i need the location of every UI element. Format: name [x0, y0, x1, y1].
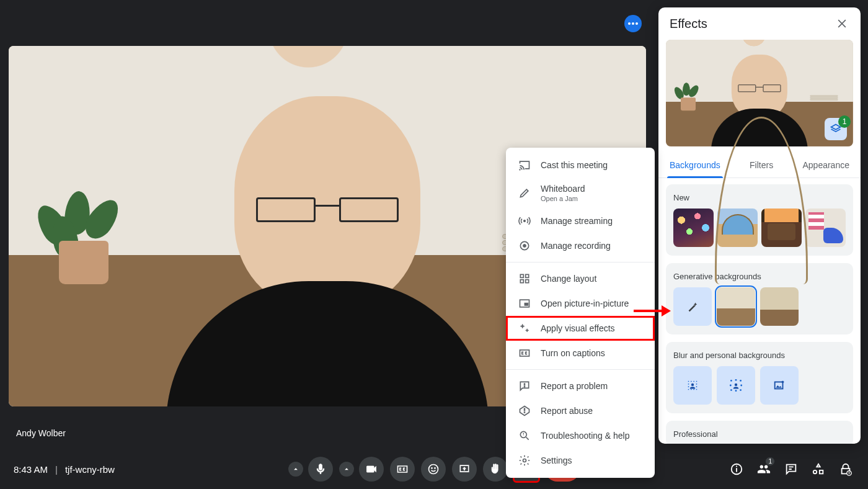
- effects-panel: Effects 1 Backgrounds Filters Appearance…: [658, 7, 861, 444]
- blur-slight-button[interactable]: [673, 366, 712, 405]
- annotation-arrow: [634, 302, 671, 320]
- blur-slight-icon: [684, 377, 701, 393]
- reactions-button[interactable]: [421, 457, 446, 482]
- record-icon: [518, 240, 531, 252]
- captions-button[interactable]: [390, 457, 415, 482]
- svg-point-33: [693, 381, 694, 382]
- upload-background-button[interactable]: [760, 366, 799, 405]
- svg-rect-18: [520, 280, 523, 283]
- streaming-icon: [518, 215, 531, 227]
- report-icon: [518, 405, 531, 417]
- camera-options-chevron[interactable]: [339, 462, 354, 477]
- activities-icon: [812, 462, 825, 476]
- blur-strong-button[interactable]: [717, 366, 755, 405]
- menu-cast[interactable]: Cast this meeting: [506, 153, 655, 177]
- menu-troubleshoot[interactable]: Troubleshooting & help: [506, 423, 655, 448]
- effects-count-badge: 1: [838, 115, 851, 128]
- svg-point-38: [696, 386, 698, 387]
- bg-thumb[interactable]: [805, 209, 846, 247]
- svg-point-48: [740, 385, 742, 387]
- generative-thumb[interactable]: [760, 287, 799, 326]
- present-button[interactable]: [452, 457, 477, 482]
- participant-count-badge: 1: [765, 457, 775, 466]
- activities-button[interactable]: [811, 462, 826, 477]
- chat-icon: [784, 462, 798, 476]
- tab-appearance[interactable]: Appearance: [800, 155, 852, 177]
- captions-icon: [518, 347, 531, 359]
- menu-whiteboard[interactable]: WhiteboardOpen a Jam: [506, 177, 655, 209]
- host-controls-button[interactable]: [838, 462, 853, 477]
- menu-label: Troubleshooting & help: [541, 431, 629, 441]
- svg-point-50: [735, 390, 737, 392]
- participant-name: Andy Wolber: [16, 428, 66, 438]
- menu-settings[interactable]: Settings: [506, 448, 655, 473]
- svg-point-36: [696, 384, 698, 385]
- menu-sublabel: Open a Jam: [541, 195, 585, 202]
- menu-label: Change layout: [541, 274, 596, 284]
- meeting-info[interactable]: 8:43 AM | tjf-wcny-rbw: [0, 464, 115, 475]
- svg-rect-24: [524, 386, 525, 387]
- svg-point-46: [740, 380, 742, 382]
- menu-captions[interactable]: Turn on captions: [506, 341, 655, 366]
- section-blur: Blur and personal backgrounds: [666, 342, 853, 413]
- menu-label: Whiteboard: [541, 184, 585, 194]
- magnify-icon: [518, 429, 531, 442]
- present-icon: [458, 463, 471, 475]
- menu-streaming[interactable]: Manage streaming: [506, 209, 655, 233]
- svg-point-13: [523, 220, 525, 222]
- svg-rect-17: [526, 274, 529, 277]
- menu-layout[interactable]: Change layout: [506, 266, 655, 291]
- menu-label: Cast this meeting: [541, 160, 608, 170]
- menu-report-problem[interactable]: Report a problem: [506, 374, 655, 398]
- svg-rect-7: [736, 468, 737, 472]
- emoji-icon: [427, 463, 440, 475]
- section-title: Professional: [673, 429, 846, 439]
- people-button[interactable]: 1: [756, 462, 771, 477]
- svg-point-49: [730, 389, 732, 391]
- camera-button[interactable]: [359, 457, 384, 482]
- generative-thumb-selected[interactable]: [717, 287, 755, 326]
- captions-icon: [396, 463, 409, 475]
- meeting-code: tjf-wcny-rbw: [65, 464, 115, 475]
- svg-point-32: [691, 381, 692, 382]
- mic-icon: [314, 463, 327, 475]
- menu-label: Report abuse: [541, 406, 593, 416]
- menu-label: Settings: [541, 455, 572, 465]
- svg-rect-16: [520, 274, 523, 277]
- menu-label: Manage streaming: [541, 216, 613, 226]
- tab-backgrounds[interactable]: Backgrounds: [667, 155, 723, 177]
- mic-button[interactable]: [308, 457, 333, 482]
- svg-point-45: [735, 379, 737, 381]
- bottom-bar: 8:43 AM | tjf-wcny-rbw: [0, 449, 868, 489]
- chat-button[interactable]: [784, 462, 799, 477]
- tile-options-button[interactable]: [624, 15, 642, 32]
- close-button[interactable]: [835, 16, 849, 31]
- bg-thumb[interactable]: [673, 209, 714, 247]
- menu-visual-effects[interactable]: Apply visual effects: [506, 316, 655, 341]
- more-options-menu: Cast this meeting WhiteboardOpen a Jam M…: [506, 148, 655, 478]
- menu-recording[interactable]: Manage recording: [506, 233, 655, 258]
- svg-point-28: [523, 459, 526, 462]
- generate-background-button[interactable]: [673, 287, 712, 326]
- mic-options-chevron[interactable]: [288, 462, 303, 477]
- gear-icon: [518, 454, 531, 467]
- raise-hand-button[interactable]: [483, 457, 508, 482]
- svg-point-51: [740, 389, 742, 391]
- feedback-icon: [518, 380, 531, 392]
- menu-label: Apply visual effects: [541, 323, 615, 333]
- close-icon: [836, 17, 848, 30]
- clock: 8:43 AM: [14, 464, 48, 475]
- svg-point-43: [691, 384, 694, 386]
- meeting-details-button[interactable]: [729, 462, 744, 477]
- svg-point-2: [434, 467, 435, 469]
- svg-point-31: [688, 381, 689, 382]
- svg-point-39: [688, 389, 689, 390]
- menu-report-abuse[interactable]: Report abuse: [506, 398, 655, 423]
- pip-icon: [518, 297, 531, 310]
- sparkle-icon: [518, 322, 531, 334]
- section-professional: Professional: [666, 421, 853, 444]
- svg-point-42: [696, 389, 698, 390]
- menu-pip[interactable]: Open picture-in-picture: [506, 291, 655, 316]
- svg-point-37: [688, 386, 689, 387]
- svg-rect-53: [775, 382, 783, 389]
